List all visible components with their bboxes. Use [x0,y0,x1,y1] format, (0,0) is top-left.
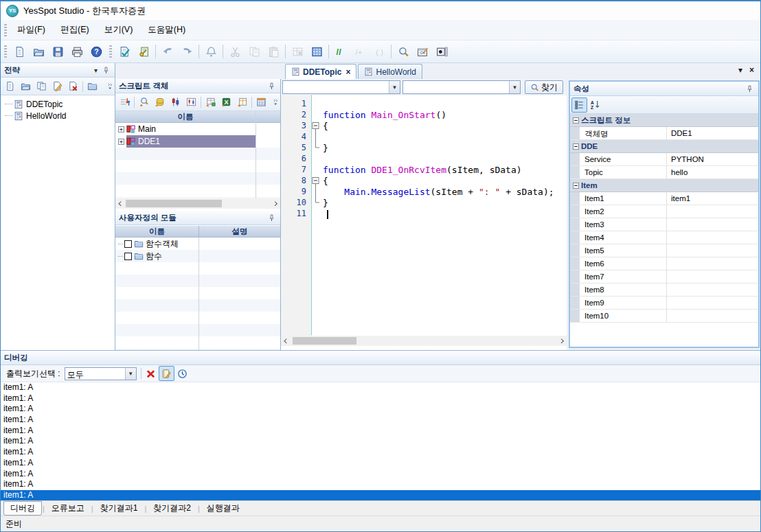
debug-output-row[interactable]: item1: A [1,447,760,458]
db-coins-button[interactable] [152,95,168,110]
pin-icon[interactable] [266,213,277,223]
bottom-tab-실행결과[interactable]: 실행결과 [201,502,246,515]
bottom-tab-찾기결과2[interactable]: 찾기결과2 [147,502,197,515]
property-row-Item7[interactable]: Item7 [570,270,758,284]
fold-marker-icon[interactable] [311,197,320,208]
bottom-tab-찾기결과1[interactable]: 찾기결과1 [94,502,144,515]
debug-output-row[interactable]: item1: A [1,426,760,437]
pin-icon[interactable] [745,84,755,94]
user-module-row-함수객체[interactable]: 함수객체 [115,238,280,250]
property-value[interactable] [666,231,758,244]
module-checkbox[interactable] [124,253,132,260]
scrollbar-thumb[interactable] [126,200,222,207]
menu-item-편집(E)[interactable]: 편집(E) [53,21,97,38]
search-go-button[interactable] [136,95,152,110]
collapse-icon[interactable]: − [573,183,579,189]
fold-marker-icon[interactable] [311,120,320,131]
new-doc-button[interactable] [2,79,18,94]
strategy-tree-item-HelloWorld[interactable]: HelloWorld [1,110,115,122]
chevron-down-icon[interactable]: ▾ [91,65,101,76]
calendar-grid-button[interactable] [253,95,269,110]
property-category-스크립트 정보[interactable]: −스크립트 정보 [570,114,758,127]
property-row-Item10[interactable]: Item10 [570,310,758,323]
property-value[interactable] [666,297,758,309]
property-value[interactable] [666,284,758,296]
close-icon[interactable]: × [345,67,350,77]
log-book-button[interactable] [159,366,174,381]
property-row-Item4[interactable]: Item4 [570,231,758,244]
column-description[interactable]: 설명 [198,226,280,237]
sort-arrows-button[interactable] [117,95,133,110]
delete-doc-button[interactable] [65,79,81,94]
property-category-DDE[interactable]: −DDE [570,140,758,153]
undo-button[interactable] [158,43,177,61]
edit-pencil-button[interactable] [49,79,65,94]
fold-marker-icon[interactable] [311,131,320,142]
copy-docs-button[interactable] [34,79,49,94]
tab-list-dropdown-icon[interactable]: ▾ [738,65,742,75]
chevron-down-icon[interactable]: ▼ [509,81,520,93]
debug-output-row[interactable]: item1: A [1,458,760,469]
property-value[interactable] [666,257,758,270]
property-row-Item9[interactable]: Item9 [570,297,758,310]
debug-output-row[interactable]: item1: A [1,490,760,500]
toolbar-grip-handle[interactable] [109,45,112,58]
property-row-객체명[interactable]: 객체명DDE1 [570,127,758,140]
fold-marker-icon[interactable] [311,175,320,186]
print-button[interactable] [67,43,87,61]
output-filter-value[interactable]: 모두 [65,368,125,380]
fold-marker-icon[interactable] [311,186,320,197]
menu-item-도움말(H)[interactable]: 도움말(H) [140,21,193,38]
debug-output-row[interactable]: item1: A [1,436,760,447]
scroll-left-arrow-icon[interactable] [115,198,126,209]
scroll-right-arrow-icon[interactable] [556,336,567,346]
toolbar-grip-handle[interactable] [4,45,7,58]
debug-output-row[interactable]: item1: A [1,393,760,404]
debug-output-row[interactable]: item1: A [1,469,760,480]
menu-grip-handle[interactable] [4,24,7,36]
candlestick-box-button[interactable] [183,95,199,110]
scrollbar-thumb[interactable] [293,337,356,345]
debug-output-row[interactable]: item1: A [1,404,760,415]
toolbar-overflow-button[interactable] [105,79,115,94]
redo-button[interactable] [177,43,196,61]
categorized-list-button[interactable] [571,97,587,113]
grid-button[interactable] [307,43,326,61]
open-folder-button[interactable] [29,43,48,61]
comment-button[interactable]: // [331,43,350,61]
new-doc-button[interactable] [10,43,29,61]
property-value[interactable] [666,310,758,322]
property-row-Item6[interactable]: Item6 [570,257,758,270]
find-combo-2-value[interactable] [403,81,509,93]
find-combo-1[interactable]: ▼ [282,80,400,94]
property-row-Item3[interactable]: Item3 [570,218,758,231]
property-category-Item[interactable]: −Item [570,179,758,192]
control-button[interactable] [432,43,451,61]
key-list-button[interactable] [134,43,153,61]
property-value[interactable] [666,244,758,257]
search-button[interactable] [394,43,413,61]
column-name[interactable]: 이름 [115,111,255,122]
property-value[interactable]: hello [666,166,758,178]
help-button[interactable]: ? [87,43,106,61]
debug-output-row[interactable]: item1: A [1,415,760,426]
bell-button[interactable] [201,43,220,61]
open-folder-button[interactable] [18,79,34,94]
chevron-down-icon[interactable]: ▼ [125,368,136,380]
module-checkbox[interactable] [124,240,132,248]
chevron-down-icon[interactable]: ▼ [389,81,400,93]
code-area[interactable]: 12function Main_OnStart()3{45}67function… [281,95,567,339]
property-value[interactable]: PYTHON [666,153,758,165]
collapse-icon[interactable]: − [573,117,579,124]
save-button[interactable] [48,43,67,61]
property-row-Item5[interactable]: Item5 [570,244,758,257]
property-value[interactable]: DDE1 [666,127,758,139]
script-check-button[interactable] [115,43,134,61]
sort-alphabetical-button[interactable]: AZ [587,97,603,113]
clock-button[interactable] [174,366,190,381]
strategy-tree-item-DDETopic[interactable]: DDETopic [1,98,115,110]
menu-item-보기(V)[interactable]: 보기(V) [97,21,141,38]
property-row-Topic[interactable]: Topichello [570,166,758,179]
dialog-ok-button[interactable]: OK [413,43,432,61]
table-add-button[interactable] [203,95,218,110]
